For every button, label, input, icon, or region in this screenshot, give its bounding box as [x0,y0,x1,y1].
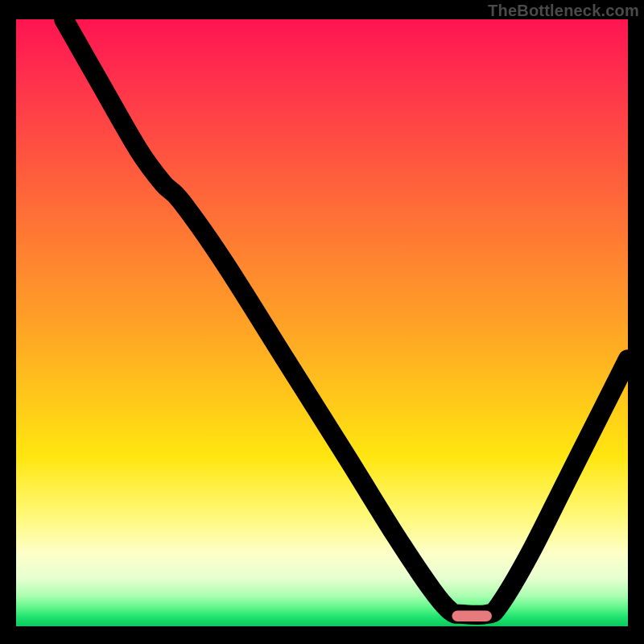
chart-frame: TheBottleneck.com [0,0,644,644]
optimal-point-marker [452,610,492,621]
bottleneck-curve [64,19,628,615]
plot-area [16,19,628,626]
chart-svg [16,19,628,626]
attribution-label: TheBottleneck.com [488,2,639,20]
